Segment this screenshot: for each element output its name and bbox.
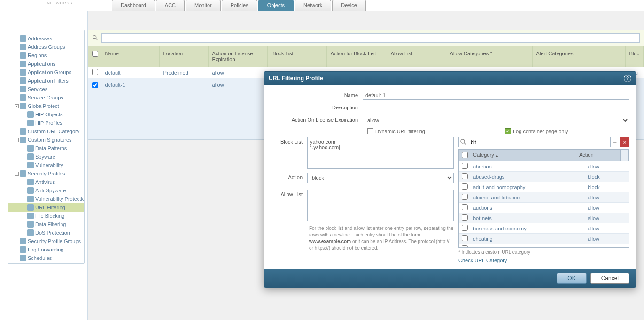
tab-device[interactable]: Device — [332, 0, 366, 11]
category-row[interactable]: bot-netsallow — [459, 213, 629, 223]
grid-header-checkbox[interactable] — [88, 46, 101, 67]
category-checkbox[interactable] — [462, 194, 468, 200]
grid-header-last[interactable]: Bloc — [626, 46, 644, 67]
category-row[interactable]: alcohol-and-tobaccoallow — [459, 192, 629, 203]
category-row[interactable]: abortionallow — [459, 161, 629, 172]
grid-header-allow[interactable]: Allow List — [387, 46, 446, 67]
category-header-checkbox[interactable] — [459, 150, 470, 161]
row-checkbox[interactable] — [92, 69, 98, 75]
sidebar-item-hip-objects[interactable]: HIP Objects — [8, 110, 84, 119]
sidebar-item-custom-signatures[interactable]: -Custom Signatures — [8, 136, 84, 144]
dialog-title-bar[interactable]: URL Filtering Profile ? — [264, 72, 636, 85]
category-search-input[interactable] — [468, 138, 610, 146]
tree-expand-icon[interactable]: - — [15, 172, 19, 176]
category-row[interactable]: adult-and-pornographyblock — [459, 182, 629, 192]
sidebar-item-address-groups[interactable]: Address Groups — [8, 43, 84, 51]
tree-label: Service Groups — [28, 95, 63, 100]
category-row[interactable]: cheatingallow — [459, 234, 629, 244]
grid-cell: Predefined — [160, 68, 209, 77]
sidebar-item-hip-profiles[interactable]: HIP Profiles — [8, 119, 84, 127]
sidebar-item-antivirus[interactable]: Antivirus — [8, 178, 84, 186]
sidebar-item-spyware[interactable]: Spyware — [8, 152, 84, 161]
grid-header-action-exp[interactable]: Action on License Expiration — [209, 46, 268, 67]
grid-header: Name Location Action on License Expirati… — [88, 46, 644, 67]
grid-header-allow-cat[interactable]: Allow Categories * — [446, 46, 533, 67]
textarea-allow-list[interactable] — [307, 190, 454, 221]
sidebar-item-vulnerability-protection[interactable]: Vulnerability Protection — [8, 195, 84, 203]
sidebar-item-service-groups[interactable]: Service Groups — [8, 93, 84, 102]
sidebar-item-custom-url-category[interactable]: Custom URL Category — [8, 127, 84, 136]
category-name: alcohol-and-tobacco — [470, 193, 585, 202]
category-checkbox[interactable] — [462, 183, 468, 190]
cancel-button[interactable]: Cancel — [590, 273, 629, 284]
sidebar-item-file-blocking[interactable]: File Blocking — [8, 212, 84, 220]
tree-node-icon — [20, 255, 26, 261]
tree-label: Data Filtering — [35, 221, 66, 227]
row-checkbox[interactable] — [92, 82, 98, 88]
sidebar-item-security-profile-groups[interactable]: Security Profile Groups — [8, 237, 84, 245]
tree-expand-icon[interactable]: - — [15, 138, 19, 142]
grid-header-alert[interactable]: Alert Categories — [533, 46, 626, 67]
grid-header-block[interactable]: Block List — [268, 46, 327, 67]
select-action[interactable]: block — [307, 173, 454, 183]
sidebar-item-data-filtering[interactable]: Data Filtering — [8, 220, 84, 229]
category-checkbox[interactable] — [462, 173, 468, 179]
tree-expand-icon[interactable]: - — [15, 104, 19, 108]
sidebar-item-regions[interactable]: Regions — [8, 51, 84, 60]
category-search-go-button[interactable]: → — [610, 137, 620, 147]
tab-objects[interactable]: Objects — [258, 0, 294, 11]
tree-node-icon — [27, 229, 34, 236]
category-row[interactable]: computer-and-internet-infoallow — [459, 244, 629, 247]
tab-monitor[interactable]: Monitor — [186, 0, 221, 11]
grid-header-location[interactable]: Location — [160, 46, 209, 67]
tab-policies[interactable]: Policies — [222, 0, 257, 11]
sidebar-item-url-filtering[interactable]: URL Filtering — [8, 203, 84, 212]
category-row[interactable]: business-and-economyallow — [459, 223, 629, 234]
category-checkbox[interactable] — [462, 204, 468, 210]
textarea-block-list[interactable]: yahoo.com *.yahoo.com| — [307, 137, 454, 169]
category-header-category[interactable]: Category▲ — [470, 150, 576, 161]
select-action-exp[interactable]: allow — [363, 115, 629, 125]
sidebar-item-globalprotect[interactable]: -GlobalProtect — [8, 102, 84, 110]
sidebar-item-log-forwarding[interactable]: Log Forwarding — [8, 245, 84, 254]
input-description[interactable] — [363, 103, 629, 112]
sidebar-item-application-groups[interactable]: Application Groups — [8, 68, 84, 76]
ok-button[interactable]: OK — [557, 273, 586, 284]
category-row[interactable]: auctionsallow — [459, 203, 629, 213]
help-icon[interactable]: ? — [624, 75, 631, 82]
sidebar-item-applications[interactable]: Applications — [8, 60, 84, 68]
category-checkbox[interactable] — [462, 225, 468, 231]
category-checkbox[interactable] — [462, 214, 468, 221]
sidebar-item-schedules[interactable]: Schedules — [8, 254, 84, 262]
tab-dashboard[interactable]: Dashboard — [112, 0, 155, 11]
tree-label: Schedules — [28, 255, 52, 261]
sidebar-item-addresses[interactable]: Addresses — [8, 34, 84, 43]
tree-label: Security Profile Groups — [28, 238, 81, 244]
category-search-clear-button[interactable]: ✕ — [620, 137, 629, 147]
category-header-action[interactable]: Action — [576, 150, 621, 161]
content-search-input[interactable] — [101, 33, 640, 43]
grid-header-action-block[interactable]: Action for Block List — [327, 46, 387, 67]
category-name: bot-nets — [470, 214, 585, 222]
category-checkbox[interactable] — [462, 235, 468, 241]
sidebar-item-vulnerability[interactable]: Vulnerability — [8, 161, 84, 169]
input-name[interactable] — [363, 91, 629, 100]
checkbox-log-container[interactable]: ✓ — [505, 128, 511, 134]
sidebar-item-dos-protection[interactable]: DoS Protection — [8, 229, 84, 237]
grid-header-name[interactable]: Name — [101, 46, 160, 67]
tree-label: DoS Protection — [35, 230, 70, 236]
sidebar-item-security-profiles[interactable]: -Security Profiles — [8, 169, 84, 178]
tab-acc[interactable]: ACC — [156, 0, 185, 11]
category-row[interactable]: abused-drugsblock — [459, 172, 629, 182]
grid-cell: default-1 — [101, 80, 160, 90]
tab-network[interactable]: Network — [295, 0, 331, 11]
category-table-body[interactable]: abortionallowabused-drugsblockadult-and-… — [459, 161, 629, 247]
checkbox-dynamic-url[interactable] — [367, 128, 373, 134]
category-checkbox[interactable] — [462, 163, 468, 169]
sidebar-item-application-filters[interactable]: Application Filters — [8, 76, 84, 85]
check-url-category-link[interactable]: Check URL Category — [458, 258, 629, 263]
sidebar-item-anti-spyware[interactable]: Anti-Spyware — [8, 186, 84, 195]
sidebar-item-data-patterns[interactable]: Data Patterns — [8, 144, 84, 152]
sidebar-item-services[interactable]: Services — [8, 85, 84, 93]
category-checkbox[interactable] — [462, 245, 468, 247]
